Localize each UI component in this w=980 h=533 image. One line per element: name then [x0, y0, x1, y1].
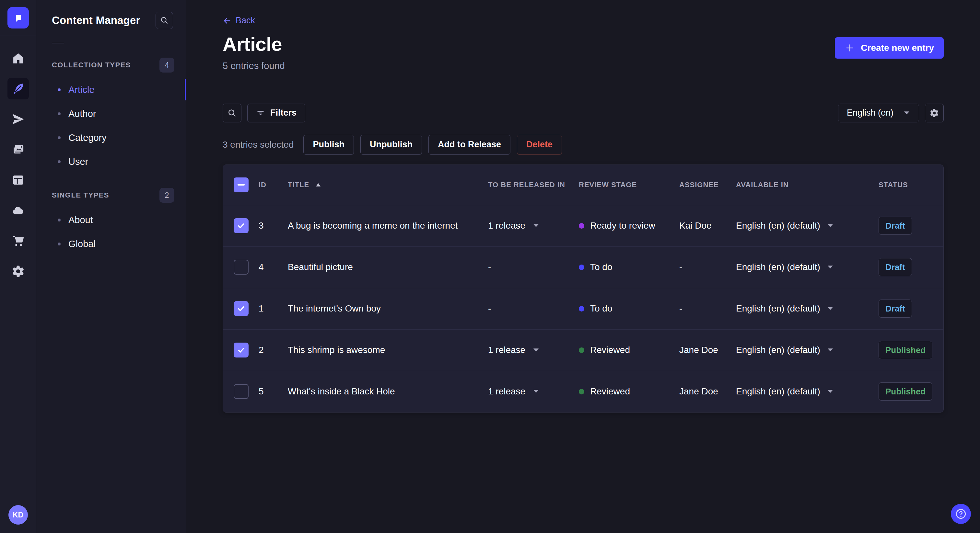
row-checkbox[interactable] — [234, 343, 248, 357]
sidebar-item-about[interactable]: About — [36, 208, 186, 232]
col-to-be-released-in[interactable]: TO BE RELEASED IN — [488, 181, 579, 189]
section-count-badge: 2 — [159, 188, 174, 203]
row-review-stage: Ready to review — [590, 220, 655, 231]
nav-releases[interactable] — [8, 108, 29, 130]
row-review-stage: Reviewed — [590, 386, 630, 397]
row-title: The internet's Own boy — [288, 303, 488, 314]
row-checkbox[interactable] — [234, 218, 248, 233]
row-id: 1 — [259, 303, 288, 314]
search-icon — [227, 108, 237, 118]
help-button[interactable] — [951, 504, 971, 524]
table-row[interactable]: 1 The internet's Own boy - To do - Engli… — [223, 288, 943, 329]
chevron-down-icon[interactable] — [827, 347, 834, 353]
section-label: SINGLE TYPES — [52, 191, 109, 200]
row-release: - — [488, 303, 491, 314]
table-row[interactable]: 4 Beautiful picture - To do - English (e… — [223, 246, 943, 288]
row-assignee: Kai Doe — [679, 220, 736, 231]
review-stage-dot — [579, 347, 584, 353]
strapi-logo[interactable] — [8, 7, 29, 29]
filters-button[interactable]: Filters — [247, 104, 305, 122]
delete-button[interactable]: Delete — [517, 135, 562, 155]
table-row[interactable]: 5 What's inside a Black Hole 1 release R… — [223, 371, 943, 412]
question-mark-icon — [955, 508, 967, 520]
sidebar-item-category[interactable]: Category — [36, 125, 186, 150]
chevron-down-icon[interactable] — [827, 265, 834, 270]
row-id: 5 — [259, 386, 288, 397]
chevron-down-icon[interactable] — [827, 223, 834, 228]
col-available-in[interactable]: AVAILABLE IN — [736, 181, 878, 189]
chevron-down-icon[interactable] — [533, 389, 539, 394]
nav-marketplace[interactable] — [8, 230, 29, 252]
bullet-icon — [58, 160, 60, 163]
bullet-icon — [58, 243, 60, 246]
row-title: What's inside a Black Hole — [288, 386, 488, 397]
row-checkbox[interactable] — [234, 260, 248, 274]
col-assignee[interactable]: ASSIGNEE — [679, 181, 736, 189]
entries-table: ID TITLE TO BE RELEASED IN REVIEW STAGE … — [223, 165, 944, 412]
bullet-icon — [58, 136, 60, 139]
single-types-section: SINGLE TYPES 2 About Global — [36, 188, 186, 256]
table-row[interactable]: 3 A bug is becoming a meme on the intern… — [223, 205, 943, 246]
search-icon — [160, 16, 169, 25]
row-checkbox[interactable] — [234, 301, 248, 316]
rail-divider — [0, 36, 36, 36]
row-checkbox[interactable] — [234, 384, 248, 399]
locale-select[interactable]: English (en) — [838, 104, 919, 122]
select-all-checkbox[interactable] — [234, 178, 248, 192]
review-stage-dot — [579, 223, 584, 228]
subnav-rule — [52, 43, 64, 43]
col-id[interactable]: ID — [259, 181, 288, 189]
unpublish-button[interactable]: Unpublish — [360, 135, 422, 155]
chevron-down-icon[interactable] — [533, 347, 539, 353]
col-review-stage[interactable]: REVIEW STAGE — [579, 181, 679, 189]
nav-cloud[interactable] — [8, 200, 29, 221]
bullet-icon — [58, 89, 60, 91]
collection-types-section: COLLECTION TYPES 4 Article Author Catego… — [36, 58, 186, 174]
nav-content-manager[interactable] — [8, 78, 29, 99]
search-entries-button[interactable] — [223, 104, 242, 122]
sidebar-item-article[interactable]: Article — [36, 78, 186, 102]
create-entry-button[interactable]: Create new entry — [835, 37, 944, 59]
table-row[interactable]: 2 This shrimp is awesome 1 release Revie… — [223, 329, 943, 371]
selection-bar: 3 entries selected Publish Unpublish Add… — [223, 135, 944, 155]
check-icon — [237, 221, 246, 230]
sidebar-item-author[interactable]: Author — [36, 102, 186, 125]
row-id: 2 — [259, 345, 288, 355]
back-link[interactable]: Back — [223, 16, 255, 25]
status-badge: Draft — [878, 300, 912, 318]
subnav-title: Content Manager — [52, 14, 140, 27]
row-title: A bug is becoming a meme on the internet — [288, 220, 488, 231]
bullet-icon — [58, 219, 60, 222]
nav-media-library[interactable] — [8, 139, 29, 160]
check-icon — [237, 346, 246, 355]
bullet-icon — [58, 113, 60, 115]
nav-home[interactable] — [8, 48, 29, 69]
publish-button[interactable]: Publish — [303, 135, 354, 155]
check-icon — [237, 304, 246, 313]
user-avatar[interactable]: KD — [8, 505, 28, 525]
chevron-down-icon[interactable] — [827, 306, 834, 311]
row-title: Beautiful picture — [288, 262, 488, 272]
layout-icon — [11, 173, 25, 187]
col-title[interactable]: TITLE — [288, 181, 488, 189]
col-status[interactable]: STATUS — [878, 181, 943, 189]
review-stage-dot — [579, 389, 584, 394]
chevron-down-icon[interactable] — [533, 223, 539, 228]
sidebar-item-global[interactable]: Global — [36, 232, 186, 256]
content-manager-subnav: Content Manager COLLECTION TYPES 4 Artic… — [36, 0, 186, 533]
chevron-down-icon[interactable] — [827, 389, 834, 394]
sidebar-item-user[interactable]: User — [36, 150, 186, 174]
row-review-stage: To do — [590, 262, 612, 272]
row-assignee: Jane Doe — [679, 386, 736, 397]
row-available-in: English (en) (default) — [736, 386, 820, 397]
status-badge: Published — [878, 341, 932, 359]
subnav-search-button[interactable] — [156, 12, 173, 29]
nav-settings[interactable] — [8, 261, 29, 282]
list-settings-button[interactable] — [925, 104, 944, 122]
add-to-release-button[interactable]: Add to Release — [428, 135, 511, 155]
home-icon — [11, 51, 25, 65]
paper-plane-icon — [11, 113, 25, 126]
row-release: 1 release — [488, 345, 525, 355]
nav-content-type-builder[interactable] — [8, 169, 29, 191]
row-review-stage: To do — [590, 303, 612, 314]
